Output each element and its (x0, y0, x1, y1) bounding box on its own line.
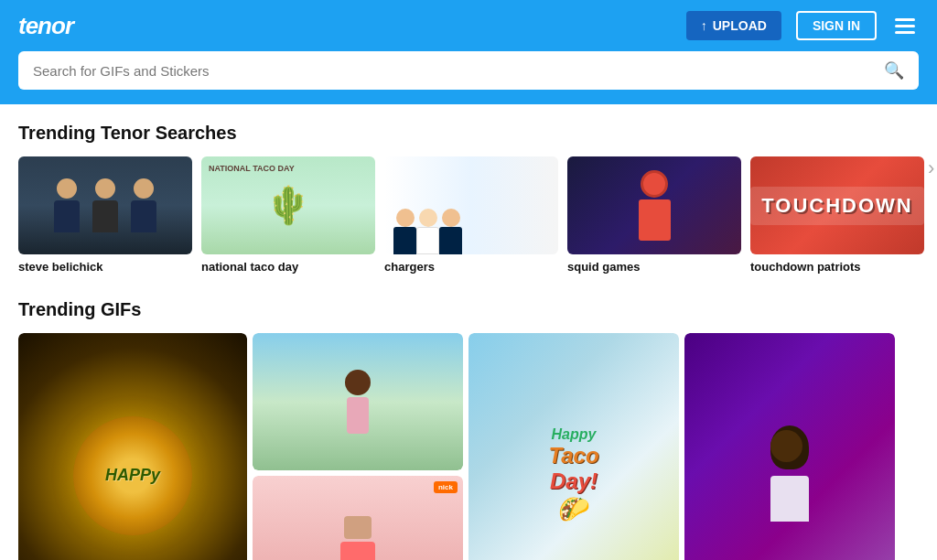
gif-happy-cake[interactable]: HAPPy (18, 333, 247, 560)
trending-thumb-touchdown: TOUCHDOWN (750, 156, 924, 254)
search-input[interactable] (33, 63, 875, 79)
taco-emoji: 🌮 (548, 494, 598, 524)
chargers-player-3 (439, 209, 462, 254)
squid-body (639, 199, 671, 241)
scroll-right-button[interactable]: › (928, 156, 934, 180)
player-head-1 (396, 209, 415, 227)
trending-thumb-taco: 🌵 national taco day (201, 156, 375, 254)
trending-item-steve-belichick[interactable]: steve belichick (18, 156, 192, 274)
trending-label-squid: squid games (567, 260, 640, 274)
woman-figure (770, 430, 809, 522)
cactus-emoji: 🌵 (265, 184, 311, 227)
header: tenor ↑ UPLOAD SIGN IN (0, 0, 937, 51)
trending-searches-section: Trending Tenor Searches (18, 123, 919, 299)
trending-thumb-chargers (384, 156, 558, 254)
trending-label-touchdown: touchdown patriots (750, 260, 861, 274)
chargers-player-1 (393, 209, 416, 254)
body-1 (54, 200, 80, 232)
trending-searches-list: steve belichick 🌵 national taco day nati… (18, 156, 924, 274)
dancer-head (345, 370, 371, 395)
happy-text: Happy (548, 426, 598, 443)
touchdown-text-container: TOUCHDOWN (750, 187, 923, 225)
chargers-player-2 (416, 209, 439, 254)
squid-head (641, 170, 668, 198)
taco-scene: 🌵 national taco day (201, 156, 375, 254)
upload-button[interactable]: ↑ UPLOAD (686, 11, 781, 40)
day-text: Day! (548, 468, 598, 494)
search-bar-container: 🔍 (18, 51, 919, 90)
search-icon: 🔍 (884, 61, 904, 80)
player-head-3 (442, 209, 460, 227)
player-jersey-2 (416, 227, 439, 254)
trending-gifs-title: Trending GIFs (18, 299, 919, 320)
robot-scene (253, 476, 463, 560)
trending-thumb-squid (567, 156, 741, 254)
search-button[interactable]: 🔍 (884, 60, 904, 81)
main-content: Trending Tenor Searches (0, 104, 937, 560)
player-jersey-3 (439, 227, 462, 254)
gif-dancer[interactable] (253, 333, 463, 470)
trending-label-steve: steve belichick (18, 260, 103, 274)
head-3 (134, 178, 154, 199)
chargers-players (384, 209, 462, 254)
dancer-head-container (345, 370, 371, 395)
figure-2 (92, 178, 118, 232)
trending-item-taco-day[interactable]: 🌵 national taco day national taco day (201, 156, 375, 274)
robot-body (340, 542, 375, 561)
dancer-scene (253, 333, 463, 470)
taco-day-text: Happy Taco Day! 🌮 (539, 417, 608, 533)
trending-searches-title: Trending Tenor Searches (18, 123, 919, 144)
figure-3 (131, 178, 156, 232)
squid-figure (639, 170, 671, 241)
taco-text: Taco (548, 443, 598, 468)
squid-scene (567, 156, 741, 254)
gif-robot[interactable]: nick (253, 476, 463, 560)
hamburger-line (895, 18, 915, 21)
cake-scene: HAPPy (18, 333, 247, 560)
chevron-right-icon: › (928, 156, 934, 180)
national-taco-text: national taco day (209, 164, 295, 173)
touchdown-text: TOUCHDOWN (761, 194, 912, 218)
tenor-logo[interactable]: tenor (18, 12, 672, 40)
woman-head (770, 430, 802, 462)
upload-arrow-icon: ↑ (701, 18, 707, 33)
player-head-2 (419, 209, 437, 227)
trending-label-chargers: chargers (384, 260, 435, 274)
hamburger-line (895, 31, 915, 34)
chargers-scene (384, 156, 558, 254)
woman-head-container (770, 430, 809, 474)
cake-text: HAPPy (105, 467, 160, 485)
gif-grid: HAPPy (18, 333, 919, 560)
woman-scene (684, 333, 895, 560)
robot-head (344, 516, 372, 539)
signin-button[interactable]: SIGN IN (796, 11, 877, 40)
taco-day-scene-large: Happy Taco Day! 🌮 (468, 333, 679, 560)
nickelodeon-badge: nick (434, 481, 458, 493)
trending-item-squid-games[interactable]: squid games (567, 156, 741, 274)
menu-button[interactable] (891, 15, 919, 38)
trending-thumb-steve (18, 156, 192, 254)
steve-figures (18, 156, 192, 254)
body-3 (131, 200, 156, 232)
cake-visual: HAPPy (73, 416, 192, 535)
head-1 (57, 178, 77, 199)
robot-figure (340, 516, 375, 561)
trending-gifs-section: Trending GIFs HAPPy (18, 299, 919, 560)
gif-taco-day-large[interactable]: Happy Taco Day! 🌮 (468, 333, 679, 560)
figure-1 (54, 178, 80, 232)
dancer-figure (345, 370, 371, 434)
gif-woman-reaction[interactable] (684, 333, 895, 560)
dancer-body (347, 397, 369, 434)
touchdown-scene: TOUCHDOWN (750, 156, 924, 254)
head-2 (95, 178, 115, 199)
player-jersey-1 (393, 227, 416, 254)
hamburger-line (895, 25, 915, 27)
search-section: 🔍 (0, 51, 937, 104)
trending-label-taco: national taco day (201, 260, 298, 274)
steve-scene (18, 156, 192, 254)
body-2 (92, 200, 118, 232)
woman-body (770, 476, 809, 522)
trending-item-touchdown[interactable]: TOUCHDOWN touchdown patriots (750, 156, 924, 274)
trending-item-chargers[interactable]: chargers (384, 156, 558, 274)
